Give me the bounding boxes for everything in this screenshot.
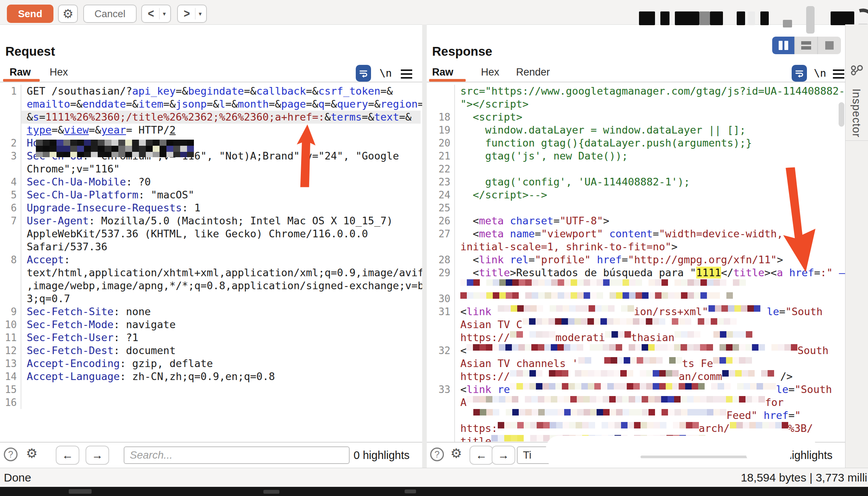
- wrap-text-icon: [794, 68, 804, 78]
- code-line: <South: [455, 344, 829, 357]
- code-line: Sec-Ch-Ua-Mobile: ?0: [21, 176, 151, 188]
- line-number: 26: [427, 214, 455, 227]
- search-settings-gear-icon[interactable]: ⚙: [26, 446, 37, 461]
- code-line: Accept:: [21, 253, 70, 266]
- request-editor[interactable]: 1GET /southasian/?api_key=&begindate=&ca…: [0, 82, 422, 442]
- line-number: 18: [427, 111, 455, 124]
- line-number: [427, 318, 455, 331]
- word-wrap-toggle[interactable]: [356, 65, 371, 82]
- rows-icon: [801, 40, 811, 51]
- code-line: Asian TV channels 'ts Fe: [455, 357, 752, 370]
- line-number: 29: [427, 266, 455, 279]
- line-number: 22: [427, 163, 455, 176]
- code-line: gtag('config', 'UA-114408882-1');: [455, 176, 690, 188]
- code-row: 14Accept-Language: zh-CN,zh;q=0.9,en;q=0…: [0, 370, 422, 383]
- line-number: [427, 370, 455, 383]
- code-line: GET /southasian/?api_key=&begindate=&cal…: [21, 85, 393, 98]
- panel-divider[interactable]: [422, 24, 427, 468]
- code-line: type=&view=&year= HTTP/2: [21, 124, 176, 137]
- code-line: Sec-Fetch-Site: none: [21, 305, 151, 318]
- dropdown-caret-icon[interactable]: ▼: [160, 11, 169, 17]
- status-bar: Done 18,594 bytes | 3,773 milli: [0, 468, 868, 487]
- code-row: 5Sec-Ch-Ua-Platform: "macOS": [0, 188, 422, 201]
- layout-columns-button[interactable]: [772, 37, 795, 54]
- line-number: 19: [427, 124, 455, 137]
- code-line: <link ion/rss+xml"le="South: [455, 305, 823, 318]
- line-number: 21: [427, 150, 455, 163]
- find-previous-button[interactable]: ←: [469, 446, 493, 465]
- inspector-sidebar[interactable]: Inspector: [845, 24, 868, 468]
- redacted-pixels: [730, 422, 788, 435]
- code-line: text/html,application/xhtml+xml,applicat…: [21, 266, 422, 279]
- word-wrap-toggle[interactable]: [792, 65, 807, 82]
- redacted-block: [737, 11, 745, 25]
- tab-response-render[interactable]: Render: [516, 66, 550, 78]
- layout-single-button[interactable]: [818, 37, 841, 54]
- code-row: 28 <link rel="profile" href="http://gmpg…: [427, 253, 845, 266]
- arrow-right-icon: →: [498, 449, 509, 462]
- layout-rows-button[interactable]: [795, 37, 818, 54]
- redacted-block: [783, 20, 792, 27]
- line-number: [0, 227, 21, 240]
- editor-menu-button[interactable]: [833, 69, 844, 79]
- find-previous-button[interactable]: ←: [56, 446, 79, 465]
- previous-request-button[interactable]: < ▼: [141, 5, 171, 23]
- response-editor[interactable]: src="https://www.googletagmanager.com/gt…: [427, 82, 845, 442]
- hamburger-icon: [833, 69, 844, 71]
- help-icon[interactable]: ?: [4, 448, 18, 461]
- line-number: 13: [0, 357, 21, 370]
- redacted-pixels: [722, 370, 774, 383]
- show-newlines-toggle[interactable]: \n: [379, 67, 392, 79]
- response-scrollbar-thumb[interactable]: [839, 102, 844, 127]
- toolbar: Send ⚙ Cancel < ▼ > ▼: [0, 0, 868, 25]
- code-line: <link rele="South: [455, 383, 832, 396]
- next-request-button[interactable]: > ▼: [177, 5, 207, 23]
- code-line: https://moderatithasian: [455, 331, 752, 344]
- line-number: [427, 331, 455, 344]
- request-settings-button[interactable]: ⚙: [58, 5, 78, 23]
- code-line: https://an/comm />: [455, 370, 793, 383]
- send-button[interactable]: Send: [7, 5, 53, 23]
- request-find-bar: ? ⚙ ← → 0 highlights: [0, 442, 422, 468]
- help-icon[interactable]: ?: [430, 448, 444, 461]
- code-row: 12Sec-Fetch-Dest: document: [0, 344, 422, 357]
- show-newlines-toggle[interactable]: \n: [814, 67, 826, 79]
- code-line: ,image/webp,image/apng,*/*;q=0.8,applica…: [21, 279, 422, 292]
- code-line: src="https://www.googletagmanager.com/gt…: [455, 85, 845, 98]
- code-row: 13Accept-Encoding: gzip, deflate: [0, 357, 422, 370]
- code-row: 32<South: [427, 344, 845, 357]
- code-line: window.dataLayer = window.dataLayer || […: [455, 124, 746, 137]
- line-number: 27: [427, 227, 455, 240]
- tab-response-hex[interactable]: Hex: [481, 66, 499, 78]
- cancel-button[interactable]: Cancel: [83, 5, 137, 23]
- editor-menu-button[interactable]: [401, 69, 412, 79]
- tab-response-raw[interactable]: Raw: [432, 66, 453, 78]
- code-line: Sec-Fetch-User: ?1: [21, 331, 139, 344]
- wrap-text-icon: [358, 68, 368, 78]
- code-row: [427, 279, 845, 292]
- tab-request-hex[interactable]: Hex: [50, 66, 68, 78]
- line-number: [427, 357, 455, 370]
- line-number: 23: [427, 176, 455, 188]
- code-row: 11Sec-Fetch-User: ?1: [0, 331, 422, 344]
- redacted-pixels: [523, 318, 737, 331]
- request-search-input[interactable]: [124, 446, 350, 464]
- find-next-button[interactable]: →: [492, 446, 515, 465]
- code-row: src="https://www.googletagmanager.com/gt…: [427, 85, 845, 98]
- tab-request-raw[interactable]: Raw: [10, 66, 31, 78]
- line-number: 12: [0, 344, 21, 357]
- line-number: 30: [427, 292, 455, 305]
- search-settings-gear-icon[interactable]: ⚙: [450, 446, 462, 461]
- code-line: Sec-Fetch-Dest: document: [21, 344, 176, 357]
- redacted-pixels: [460, 292, 733, 305]
- burp-repeater-window: Send ⚙ Cancel < ▼ > ▼ Request Raw H: [0, 0, 868, 496]
- line-number: 11: [0, 331, 21, 344]
- code-row: ,image/webp,image/apng,*/*;q=0.8,applica…: [0, 279, 422, 292]
- find-next-button[interactable]: →: [86, 446, 109, 465]
- code-line: <meta name="viewport" content="width=dev…: [455, 227, 783, 240]
- line-number: [427, 396, 455, 409]
- code-line: "></script>: [455, 98, 529, 111]
- line-number: 4: [0, 176, 21, 188]
- redacted-pixels: [466, 396, 765, 409]
- dropdown-caret-icon[interactable]: ▼: [195, 11, 205, 17]
